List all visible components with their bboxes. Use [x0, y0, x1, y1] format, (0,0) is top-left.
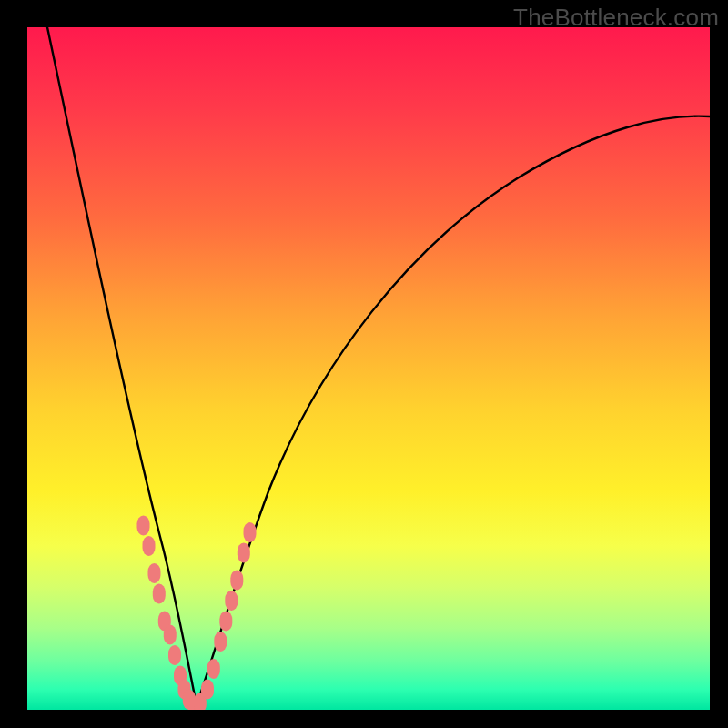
bead-marker	[230, 571, 243, 591]
bead-marker	[137, 516, 150, 536]
bead-marker	[201, 680, 214, 700]
watermark-text: TheBottleneck.com	[513, 4, 719, 32]
bead-marker	[207, 659, 220, 679]
bead-marker	[219, 612, 232, 632]
bead-marker	[238, 543, 250, 563]
outer-frame: TheBottleneck.com	[0, 0, 728, 728]
bead-marker	[225, 591, 238, 611]
curve-layer	[27, 27, 710, 710]
bead-marker	[153, 584, 166, 604]
right-curve	[197, 116, 710, 705]
bead-marker	[148, 563, 161, 583]
bead-marker	[214, 632, 227, 652]
plot-area	[27, 27, 710, 710]
bead-group	[137, 516, 257, 711]
bead-marker	[168, 645, 181, 665]
bead-marker	[164, 625, 177, 645]
left-curve	[47, 27, 197, 705]
bead-marker	[143, 536, 156, 556]
bead-marker	[244, 522, 257, 542]
